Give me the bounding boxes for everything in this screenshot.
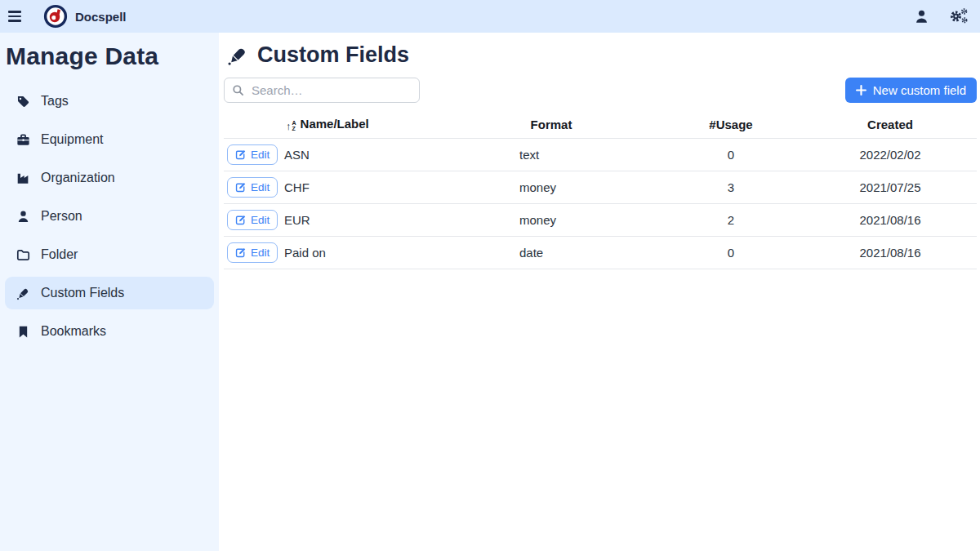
table-header-row: ↑ A Z Name/Label Format #Usage Created bbox=[224, 113, 977, 139]
edit-icon bbox=[235, 182, 246, 193]
cell-edit: Edit bbox=[224, 204, 283, 237]
toolbar: New custom field bbox=[224, 78, 977, 103]
topbar: Docspell bbox=[0, 0, 980, 33]
factory-icon bbox=[16, 171, 30, 185]
cell-edit: Edit bbox=[224, 171, 283, 204]
cell-format: date bbox=[490, 237, 612, 269]
cell-format: money bbox=[490, 171, 612, 204]
sidebar-item-bookmarks[interactable]: Bookmarks bbox=[5, 315, 214, 348]
sidebar-item-label: Bookmarks bbox=[41, 324, 106, 339]
edit-button-label: Edit bbox=[251, 181, 270, 193]
cell-created: 2021/08/16 bbox=[849, 237, 977, 269]
sidebar-item-person[interactable]: Person bbox=[5, 200, 214, 233]
sidebar-item-label: Custom Fields bbox=[41, 286, 124, 300]
header-edit bbox=[224, 113, 283, 139]
main-content: Custom Fields New custom field bbox=[219, 33, 980, 551]
new-custom-field-label: New custom field bbox=[873, 83, 966, 97]
edit-button[interactable]: Edit bbox=[227, 177, 278, 198]
edit-button[interactable]: Edit bbox=[227, 242, 278, 263]
page-title-text: Custom Fields bbox=[257, 42, 409, 68]
header-name-label[interactable]: ↑ A Z Name/Label bbox=[283, 113, 490, 139]
brand[interactable]: Docspell bbox=[43, 4, 127, 29]
table-row: Edit Paid on date 0 2021/08/16 bbox=[224, 237, 977, 269]
search-box[interactable] bbox=[224, 78, 420, 103]
table-body: Edit ASN text 0 2022/02/02 bbox=[224, 139, 977, 269]
marker-icon bbox=[227, 45, 248, 66]
menu-icon[interactable] bbox=[8, 6, 29, 27]
plus-icon bbox=[856, 85, 866, 96]
sidebar: Manage Data Tags bbox=[0, 33, 219, 551]
docspell-logo bbox=[43, 4, 68, 29]
cell-usage: 2 bbox=[612, 204, 849, 237]
sidebar-item-label: Tags bbox=[41, 94, 69, 109]
person-icon bbox=[16, 209, 30, 224]
cell-created: 2021/07/25 bbox=[849, 171, 977, 204]
edit-button[interactable]: Edit bbox=[227, 144, 278, 165]
user-icon[interactable] bbox=[914, 9, 929, 24]
sidebar-item-label: Person bbox=[41, 209, 82, 224]
gears-icon[interactable] bbox=[949, 7, 969, 25]
cell-name: CHF bbox=[283, 171, 490, 204]
edit-button-label: Edit bbox=[251, 149, 270, 161]
sidebar-item-folder[interactable]: Folder bbox=[5, 238, 214, 271]
cell-edit: Edit bbox=[224, 237, 283, 269]
sidebar-item-label: Equipment bbox=[41, 132, 104, 147]
cell-name: ASN bbox=[283, 139, 490, 171]
cell-name: Paid on bbox=[283, 237, 490, 269]
sidebar-item-custom-fields[interactable]: Custom Fields bbox=[5, 277, 214, 309]
brand-name: Docspell bbox=[75, 10, 127, 24]
edit-icon bbox=[235, 247, 246, 258]
cell-created: 2022/02/02 bbox=[849, 139, 977, 171]
cell-usage: 0 bbox=[612, 237, 849, 269]
sidebar-item-equipment[interactable]: Equipment bbox=[5, 123, 214, 156]
table-row: Edit ASN text 0 2022/02/02 bbox=[224, 139, 977, 171]
table-row: Edit CHF money 3 2021/07/25 bbox=[224, 171, 977, 204]
sidebar-item-label: Organization bbox=[41, 171, 115, 185]
search-input[interactable] bbox=[250, 82, 416, 98]
cell-format: money bbox=[490, 204, 612, 237]
sidebar-item-tags[interactable]: Tags bbox=[5, 85, 214, 118]
search-icon bbox=[232, 84, 244, 96]
header-format: Format bbox=[490, 113, 612, 139]
folder-icon bbox=[16, 247, 30, 262]
page-title: Custom Fields bbox=[227, 42, 977, 68]
bookmark-icon bbox=[16, 324, 30, 339]
edit-button[interactable]: Edit bbox=[227, 210, 278, 230]
cell-usage: 3 bbox=[612, 171, 849, 204]
sidebar-item-label: Folder bbox=[41, 247, 78, 262]
sidebar-nav: Tags Equipment bbox=[0, 85, 219, 348]
sort-alpha-icon: ↑ A Z bbox=[286, 121, 296, 131]
edit-icon bbox=[235, 215, 246, 225]
cell-usage: 0 bbox=[612, 139, 849, 171]
topbar-actions bbox=[914, 7, 969, 25]
header-created: Created bbox=[849, 113, 977, 139]
new-custom-field-button[interactable]: New custom field bbox=[845, 78, 977, 103]
cell-edit: Edit bbox=[224, 139, 283, 171]
edit-icon bbox=[235, 149, 246, 160]
table-row: Edit EUR money 2 2021/08/16 bbox=[224, 204, 977, 237]
marker-icon bbox=[16, 286, 30, 300]
header-usage: #Usage bbox=[612, 113, 849, 139]
cell-created: 2021/08/16 bbox=[849, 204, 977, 237]
briefcase-icon bbox=[16, 132, 30, 147]
edit-button-label: Edit bbox=[251, 247, 270, 259]
cell-name: EUR bbox=[283, 204, 490, 237]
sidebar-item-organization[interactable]: Organization bbox=[5, 162, 214, 194]
tag-icon bbox=[16, 94, 30, 109]
edit-button-label: Edit bbox=[251, 214, 270, 226]
cell-format: text bbox=[490, 139, 612, 171]
custom-fields-table: ↑ A Z Name/Label Format #Usage Created bbox=[224, 113, 977, 269]
sidebar-title: Manage Data bbox=[6, 42, 212, 70]
